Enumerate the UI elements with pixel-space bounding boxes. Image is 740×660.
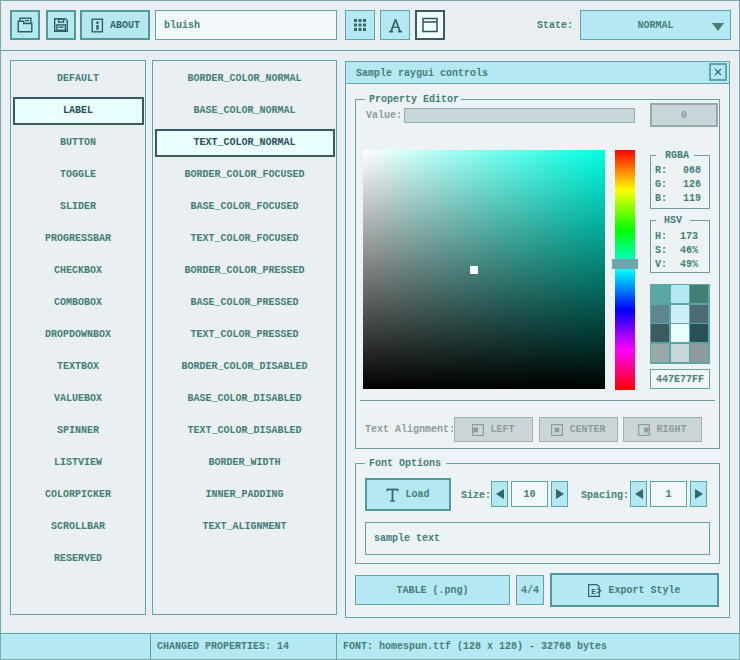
svg-text:E: E xyxy=(592,587,597,596)
